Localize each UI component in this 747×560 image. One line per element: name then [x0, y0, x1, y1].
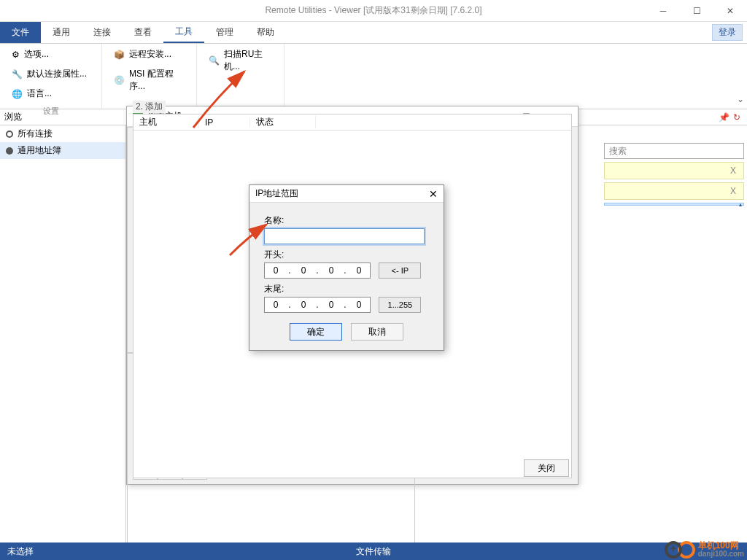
minimize-button[interactable]: ─: [646, 0, 680, 22]
tab-manage[interactable]: 管理: [204, 22, 245, 43]
search-input[interactable]: 搜索: [604, 143, 744, 159]
end-label: 末尾:: [264, 283, 429, 295]
close-button-dlg1[interactable]: 关闭: [524, 459, 569, 477]
bullet-icon: [6, 147, 13, 155]
dlg2-close[interactable]: ✕: [429, 188, 438, 200]
status-center: 文件传输: [356, 545, 391, 558]
blue-strip[interactable]: ▴: [604, 203, 744, 206]
col-status[interactable]: 状态: [250, 116, 316, 128]
dlg2-title: IP地址范围: [255, 187, 298, 200]
watermark-logo: 单机100网danji100.com: [665, 541, 744, 559]
name-label: 名称:: [264, 214, 429, 227]
computer-panel: 电脑 主机 IP 状态: [127, 353, 415, 560]
tab-connect[interactable]: 连接: [82, 22, 123, 43]
tab-common[interactable]: 通用: [41, 22, 82, 43]
ribbon-scan-ru[interactable]: 🔍扫描RU主机...: [206, 47, 275, 74]
tab-tools[interactable]: 工具: [163, 22, 204, 43]
search-icon: 🔍: [209, 55, 220, 66]
end-ip-input[interactable]: 0.0.0.0: [264, 297, 371, 313]
refresh-icon[interactable]: ↻: [731, 112, 743, 123]
col-ip[interactable]: IP: [199, 117, 250, 128]
bullet-icon: [6, 131, 13, 138]
ribbon-language[interactable]: 🌐语言...: [9, 86, 93, 101]
start-ip-input[interactable]: 0.0.0.0: [264, 262, 371, 279]
tab-help[interactable]: 帮助: [245, 22, 286, 43]
ribbon-msi-config[interactable]: 💿MSI 配置程序...: [111, 66, 187, 94]
pin-icon[interactable]: 📌: [718, 112, 729, 123]
tree-address-book[interactable]: 通用地址簿: [0, 142, 125, 159]
tab-file[interactable]: 文件: [0, 22, 41, 43]
ip-range-dialog: IP地址范围 ✕ 名称: 开头: 0.0.0.0 <- IP 末尾: 0.0.0…: [249, 184, 444, 351]
add-group-label: 2. 添加: [133, 101, 166, 113]
yellow-row-2[interactable]: X: [604, 182, 744, 200]
globe-icon: 🌐: [12, 89, 23, 99]
ribbon-options[interactable]: ⚙选项...: [9, 47, 93, 62]
wrench-icon: 🔧: [12, 69, 23, 79]
start-label: 开头:: [264, 249, 429, 261]
close-button[interactable]: ✕: [713, 0, 747, 22]
login-button[interactable]: 登录: [712, 24, 743, 41]
sidebar: 所有连接 通用地址簿: [0, 125, 126, 542]
cancel-button[interactable]: 取消: [351, 323, 403, 341]
disk-icon: 💿: [114, 75, 125, 85]
ribbon-remote-install[interactable]: 📦远程安装...: [111, 47, 187, 62]
package-icon: 📦: [114, 50, 125, 60]
ribbon-collapse-chevron[interactable]: ⌄: [734, 44, 747, 109]
tab-view[interactable]: 查看: [123, 22, 163, 43]
tree-all-connections[interactable]: 所有连接: [0, 125, 125, 142]
gear-icon: ⚙: [12, 50, 20, 60]
name-input[interactable]: [264, 228, 425, 244]
yellow-row-1[interactable]: X: [604, 162, 744, 179]
window-title: Remote Utilities - Viewer [试用版本31剩余日期] […: [265, 4, 481, 17]
status-left: 未选择: [7, 545, 34, 558]
right-panel: 搜索 X X ▴: [604, 143, 744, 206]
range-255-button[interactable]: 1...255: [379, 297, 421, 313]
arrow-ip-button[interactable]: <- IP: [379, 262, 421, 279]
maximize-button[interactable]: ☐: [680, 0, 713, 22]
ribbon-default-conn[interactable]: 🔧默认连接属性...: [9, 66, 93, 82]
ok-button[interactable]: 确定: [290, 323, 342, 341]
col-host[interactable]: 主机: [133, 116, 199, 128]
